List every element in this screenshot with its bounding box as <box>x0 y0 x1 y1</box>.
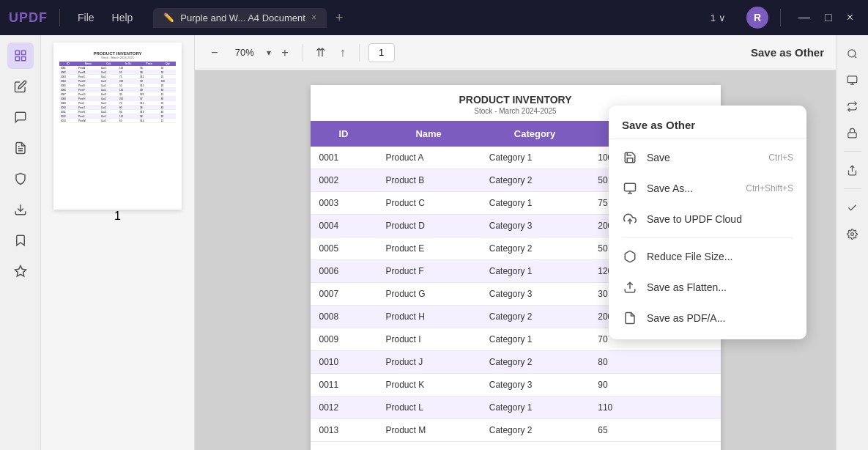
sidebar-item-edit[interactable] <box>7 73 34 100</box>
zoom-in-button[interactable]: + <box>277 43 292 62</box>
window-controls: — □ × <box>793 8 859 27</box>
dropdown-item-reduce[interactable]: Reduce File Size... <box>609 241 806 272</box>
right-share-button[interactable] <box>842 159 864 181</box>
cell-1: Product B <box>377 169 481 192</box>
save-shortcut: Ctrl+S <box>768 152 793 163</box>
sidebar-item-forms[interactable] <box>7 135 34 161</box>
col-header-id: ID <box>311 121 377 147</box>
close-window-button[interactable]: × <box>841 8 859 27</box>
right-divider-2 <box>844 188 861 189</box>
cell-3: 65 <box>589 419 720 442</box>
logo-divider <box>59 9 60 26</box>
sidebar-item-protect[interactable] <box>7 166 34 192</box>
dropdown-item-cloud[interactable]: Save to UPDF Cloud <box>609 204 806 235</box>
title-bar: UPDF File Help ✏️ Purple and W... A4 Doc… <box>0 0 868 35</box>
right-convert-button[interactable] <box>842 95 864 117</box>
help-menu[interactable]: Help <box>106 9 139 26</box>
cell-1: Product G <box>377 283 481 306</box>
dropdown-item-save-as[interactable]: Save As... Ctrl+Shift+S <box>609 173 806 204</box>
page-number-input[interactable] <box>368 43 395 62</box>
zoom-dropdown-button[interactable]: ▾ <box>267 48 271 58</box>
left-sidebar <box>0 35 41 450</box>
cell-2: Category 2 <box>481 419 589 442</box>
page-chevron-icon[interactable]: ∨ <box>719 12 726 23</box>
content-area: − 70% ▾ + ⇈ ↑ Save as Other PRODUCT INVE… <box>195 35 836 450</box>
cell-0: 0008 <box>311 306 377 328</box>
cloud-icon <box>622 211 638 227</box>
right-search-button[interactable] <box>842 43 864 64</box>
save-label: Save <box>647 152 760 163</box>
toolbar-divider-1 <box>302 44 303 62</box>
sidebar-item-annotate[interactable] <box>7 104 34 130</box>
cell-0: 0009 <box>311 328 377 351</box>
save-as-other-dropdown: Save as Other Save Ctrl+S Save As... Ctr… <box>609 106 806 339</box>
thumbnail-page-label: 1 <box>114 210 121 223</box>
cell-2: Category 2 <box>481 169 589 192</box>
cell-2: Category 1 <box>481 396 589 419</box>
zoom-out-button[interactable]: − <box>207 43 222 62</box>
dropdown-title: Save as Other <box>609 111 806 139</box>
reduce-icon <box>622 248 638 265</box>
svg-point-13 <box>848 49 856 56</box>
maximize-button[interactable]: □ <box>819 8 838 27</box>
user-avatar[interactable]: R <box>746 7 768 29</box>
cell-3: 80 <box>589 351 720 374</box>
svg-rect-1 <box>21 51 25 54</box>
pdfa-label: Save as PDF/A... <box>647 312 793 324</box>
table-row: 0010Product JCategory 280 <box>311 351 721 374</box>
flatten-label: Save as Flatten... <box>647 281 793 293</box>
tab-icon: ✏️ <box>163 12 174 23</box>
right-settings-button[interactable] <box>842 223 864 245</box>
nav-top-button[interactable]: ⇈ <box>311 43 330 62</box>
nav-up-button[interactable]: ↑ <box>335 43 350 62</box>
dropdown-item-flatten[interactable]: Save as Flatten... <box>609 272 806 303</box>
cell-1: Product M <box>377 419 481 442</box>
right-security-button[interactable] <box>842 122 864 144</box>
file-menu[interactable]: File <box>72 9 100 26</box>
controls-divider <box>780 9 781 26</box>
right-ocr-button[interactable] <box>842 69 864 91</box>
cell-1: Product D <box>377 215 481 237</box>
sidebar-item-organize[interactable] <box>7 43 34 69</box>
right-sidebar <box>836 35 868 450</box>
tab-close-button[interactable]: × <box>311 12 316 23</box>
cell-2: Category 3 <box>481 283 589 306</box>
cell-2: Category 2 <box>481 237 589 260</box>
cell-2: Category 3 <box>481 374 589 396</box>
cell-0: 0012 <box>311 396 377 419</box>
sidebar-item-export[interactable] <box>7 196 34 223</box>
svg-rect-8 <box>625 183 636 191</box>
table-row: 0013Product MCategory 265 <box>311 419 721 442</box>
dropdown-item-save[interactable]: Save Ctrl+S <box>609 142 806 173</box>
cell-2: Category 1 <box>481 328 589 351</box>
cell-0: 0002 <box>311 169 377 192</box>
pdf-area: PRODUCT INVENTORY Stock - March 2024-202… <box>195 70 836 450</box>
cell-0: 0010 <box>311 351 377 374</box>
pdf-table-header: PRODUCT INVENTORY <box>311 85 721 107</box>
thumb-subtitle: Stock - March 2024-2025 <box>59 56 176 59</box>
cell-1: Product H <box>377 306 481 328</box>
add-tab-button[interactable]: + <box>335 10 344 26</box>
active-tab[interactable]: ✏️ Purple and W... A4 Document × <box>153 8 327 28</box>
tab-title: Purple and W... A4 Document <box>180 12 305 23</box>
toolbar: − 70% ▾ + ⇈ ↑ Save as Other <box>195 35 836 70</box>
cell-0: 0007 <box>311 283 377 306</box>
save-as-other-label[interactable]: Save as Other <box>751 46 824 59</box>
sidebar-item-ai[interactable] <box>7 258 34 284</box>
cell-0: 0013 <box>311 419 377 442</box>
thumbnail-wrapper[interactable]: PRODUCT INVENTORY Stock - March 2024-202… <box>53 43 182 210</box>
right-validate-button[interactable] <box>842 196 864 218</box>
toolbar-divider-2 <box>359 44 360 62</box>
svg-rect-15 <box>847 75 857 82</box>
minimize-button[interactable]: — <box>793 8 816 27</box>
dropdown-item-pdfa[interactable]: Save as PDF/A... <box>609 303 806 333</box>
sidebar-item-bookmark[interactable] <box>7 227 34 254</box>
svg-rect-3 <box>21 57 25 61</box>
cell-1: Product L <box>377 396 481 419</box>
save-as-label: Save As... <box>647 182 737 194</box>
cell-3: 90 <box>589 374 720 396</box>
reduce-label: Reduce File Size... <box>647 251 793 262</box>
save-as-shortcut: Ctrl+Shift+S <box>746 183 793 193</box>
cell-0: 0005 <box>311 237 377 260</box>
cloud-label: Save to UPDF Cloud <box>647 213 793 225</box>
